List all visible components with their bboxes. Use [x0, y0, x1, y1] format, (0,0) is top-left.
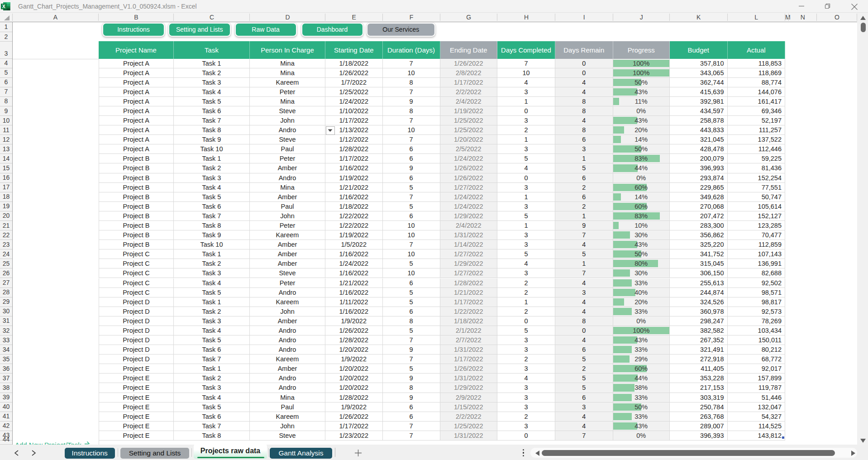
svg-text:X: X [2, 4, 5, 9]
